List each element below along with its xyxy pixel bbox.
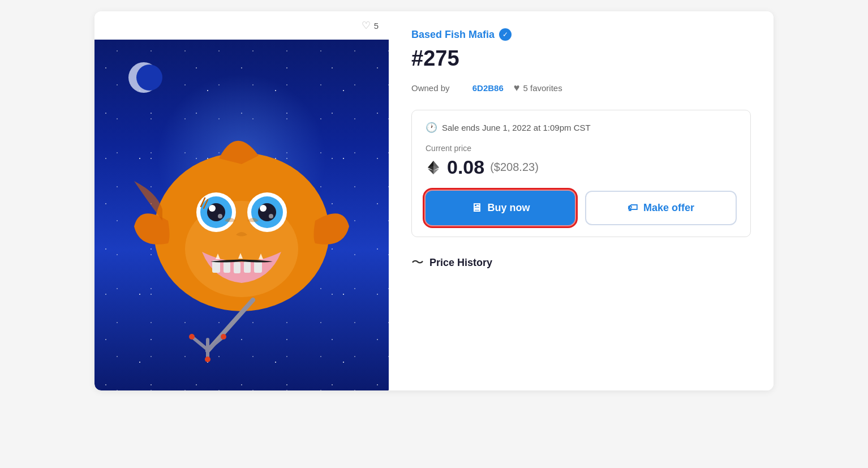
price-row: 0.08 ($208.23) xyxy=(426,156,737,178)
wallet-icon: 🖥 xyxy=(471,201,482,214)
current-price-label: Current price xyxy=(426,144,737,153)
sale-ends-text: Sale ends June 1, 2022 at 1:09pm CST xyxy=(442,123,591,132)
price-usd-value: ($208.23) xyxy=(490,161,539,174)
make-offer-label: Make offer xyxy=(643,202,694,214)
svg-point-26 xyxy=(189,334,195,340)
fish-illustration xyxy=(128,108,355,368)
sale-info-box: 🕐 Sale ends June 1, 2022 at 1:09pm CST C… xyxy=(411,110,751,237)
owned-by-label: Owned by xyxy=(411,83,450,93)
clock-icon: 🕐 xyxy=(426,122,437,134)
svg-rect-16 xyxy=(234,262,240,273)
price-history-section: 〜 Price History xyxy=(411,254,751,271)
favorites-area: ♥ 5 favorites xyxy=(514,82,562,94)
svg-point-10 xyxy=(218,214,222,218)
price-eth-value: 0.08 xyxy=(447,156,484,178)
sale-ends-row: 🕐 Sale ends June 1, 2022 at 1:09pm CST xyxy=(426,122,737,134)
image-header: ♡ 5 xyxy=(94,11,389,40)
svg-point-5 xyxy=(209,205,216,212)
nft-image-wrapper xyxy=(94,40,389,390)
verified-badge: ✓ xyxy=(499,28,512,41)
like-area[interactable]: ♡ 5 xyxy=(362,19,379,32)
nft-info-panel: Based Fish Mafia ✓ #275 Owned by 6D2B86 … xyxy=(389,11,774,390)
buy-now-button[interactable]: 🖥 Buy now xyxy=(426,191,575,225)
make-offer-button[interactable]: 🏷 Make offer xyxy=(585,191,737,225)
svg-rect-15 xyxy=(224,261,230,273)
nft-image-panel: ♡ 5 xyxy=(94,11,389,390)
chart-icon: 〜 xyxy=(411,254,424,271)
buy-now-label: Buy now xyxy=(488,202,530,214)
ethereum-icon xyxy=(426,160,441,175)
favorites-count: 5 favorites xyxy=(523,83,562,93)
svg-point-27 xyxy=(205,357,210,362)
action-buttons-row: 🖥 Buy now 🏷 Make offer xyxy=(426,191,737,225)
heart-icon: ♡ xyxy=(362,19,371,32)
moon-graphic xyxy=(128,62,162,96)
svg-point-28 xyxy=(221,334,226,340)
nft-detail-container: ♡ 5 xyxy=(94,11,774,390)
svg-point-9 xyxy=(260,205,267,212)
svg-rect-17 xyxy=(244,261,251,273)
svg-line-23 xyxy=(192,337,208,350)
price-history-label: Price History xyxy=(429,257,492,269)
nft-token-id: #275 xyxy=(411,46,751,71)
tag-icon: 🏷 xyxy=(628,202,638,214)
like-count: 5 xyxy=(374,21,379,31)
collection-name-row: Based Fish Mafia ✓ xyxy=(411,28,751,41)
svg-point-11 xyxy=(269,214,273,218)
heart-filled-icon: ♥ xyxy=(514,82,520,94)
owner-address-link[interactable]: 6D2B86 xyxy=(472,83,504,93)
collection-name-link[interactable]: Based Fish Mafia xyxy=(411,29,495,41)
ownership-row: Owned by 6D2B86 ♥ 5 favorites xyxy=(411,82,751,94)
